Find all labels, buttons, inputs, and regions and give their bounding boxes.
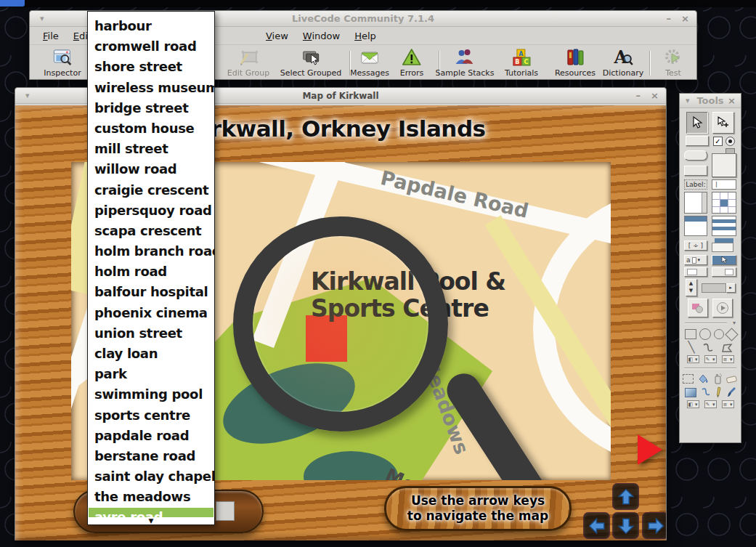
radio-button-tool[interactable] — [725, 137, 735, 146]
tab-panel-tool[interactable] — [712, 148, 736, 177]
dropdown-item[interactable]: holm road — [88, 262, 214, 282]
nav-left-button[interactable] — [583, 512, 610, 539]
rounded-button-tool[interactable] — [684, 150, 707, 161]
dropdown-item[interactable]: phoenix cinema — [88, 303, 214, 323]
scrolling-field-tool[interactable] — [684, 192, 707, 214]
line-tool[interactable]: ╲ — [688, 342, 694, 353]
player-tool[interactable] — [712, 299, 733, 317]
freehand-paint-tool[interactable] — [701, 387, 711, 397]
pointer-tool[interactable] — [712, 112, 734, 134]
toolbar-inspector[interactable]: Inspector — [44, 47, 81, 78]
dropdown-items: harbourcromwell roadshore streetwireless… — [88, 16, 214, 508]
styled-list-tool[interactable] — [712, 216, 736, 236]
text-entry-tool[interactable]: I — [712, 179, 736, 190]
paint-fill-menu[interactable]: ◧▾ — [687, 400, 699, 408]
toolbar-sample-stacks[interactable]: Sample Stacks — [436, 47, 495, 78]
menu-view[interactable]: View — [259, 29, 296, 43]
freehand-curve-tool[interactable] — [702, 343, 714, 353]
dropdown-item[interactable]: union street — [88, 323, 214, 344]
dropdown-item[interactable]: shore street — [88, 57, 214, 77]
label-tool[interactable]: Label: — [684, 179, 707, 190]
expand-section-icon[interactable]: ▾ — [733, 320, 736, 326]
pencil-tool[interactable] — [715, 386, 723, 398]
oval-tool[interactable] — [699, 328, 711, 340]
nav-down-button[interactable] — [612, 512, 639, 539]
stepper-tool[interactable]: [ ÷ ] — [684, 240, 707, 251]
close-button[interactable]: × — [651, 90, 659, 101]
spray-can-tool[interactable] — [713, 373, 722, 384]
tools-titlebar[interactable]: ▾ Tools × — [680, 94, 741, 108]
dropdown-item[interactable]: craigie crescent — [88, 180, 214, 200]
dropdown-item[interactable]: bridge street — [88, 98, 214, 118]
toolbar-dictionary[interactable]: A Dictionary — [603, 47, 643, 78]
browse-tool[interactable] — [686, 112, 708, 134]
toolbar-errors[interactable]: Errors — [400, 47, 424, 78]
dropdown-item[interactable]: mill street — [88, 139, 214, 159]
slider-tool[interactable] — [684, 267, 707, 277]
regular-polygon-tool[interactable] — [714, 329, 724, 339]
toolbar-resources[interactable]: Resources — [555, 47, 596, 78]
scrollbar-tool[interactable]: ▸ — [702, 283, 736, 293]
menu-help[interactable]: Help — [347, 29, 383, 43]
rectangle-tool[interactable] — [685, 329, 696, 339]
nav-up-button[interactable] — [612, 483, 639, 510]
checkbox-tool[interactable]: ✓ — [713, 137, 723, 146]
dropdown-item[interactable]: pipersquoy road — [88, 200, 214, 221]
nav-right-button[interactable] — [642, 512, 666, 539]
dropdown-item[interactable]: wireless museum — [88, 78, 214, 98]
dropdown-item[interactable]: swimming pool — [88, 384, 214, 405]
select-area-tool[interactable] — [683, 374, 694, 384]
taskbar-item[interactable] — [0, 0, 25, 7]
toolbar-test[interactable]: Test — [663, 47, 683, 78]
menu-window[interactable]: Window — [296, 29, 347, 43]
line-size-menu[interactable]: ≡▾ — [722, 355, 734, 363]
fill-color-menu[interactable]: ◧▾ — [687, 355, 699, 363]
progress-tool[interactable] — [712, 267, 736, 277]
paint-pen-menu[interactable]: ✎▾ — [704, 400, 717, 408]
dropdown-item[interactable]: custom house — [88, 118, 214, 139]
dropdown-item[interactable]: balfour hospital — [88, 282, 214, 302]
toolbar-messages[interactable]: Messages — [350, 47, 389, 78]
dropdown-item[interactable]: sports centre — [88, 405, 214, 426]
dropdown-item[interactable]: the meadows — [88, 487, 214, 507]
dropdown-item[interactable]: willow road — [88, 159, 214, 179]
gradient-rect-tool[interactable] — [685, 388, 696, 397]
brush-tool[interactable] — [727, 386, 736, 398]
menu-file[interactable]: File — [36, 29, 66, 43]
option-menu-tool[interactable] — [712, 255, 736, 265]
close-button[interactable]: × — [728, 95, 736, 106]
image-tool[interactable] — [688, 299, 708, 317]
dropdown-item[interactable]: berstane road — [88, 446, 214, 466]
dropdown-item[interactable]: harbour — [88, 16, 214, 36]
minimize-button[interactable]: – — [667, 13, 672, 24]
table-field-tool[interactable] — [712, 192, 736, 214]
menu-tool[interactable] — [712, 238, 736, 253]
combobox-tool[interactable]: a▾ — [684, 255, 707, 265]
rect-button-tool[interactable] — [684, 166, 707, 176]
button-tool[interactable] — [686, 136, 709, 146]
minimize-button[interactable]: – — [636, 90, 641, 101]
pen-color-menu[interactable]: ✎▾ — [704, 355, 717, 363]
toolbar-select-grouped[interactable]: Select Grouped — [280, 47, 342, 78]
dropdown-item[interactable]: papdale road — [88, 426, 214, 446]
fill-bucket-tool[interactable] — [697, 373, 710, 384]
spin-arrows-tool[interactable]: ▲▼ — [686, 279, 697, 296]
dropdown-item[interactable]: cromwell road — [88, 36, 214, 57]
close-button[interactable]: × — [681, 13, 689, 24]
dropdown-item[interactable]: holm branch road — [88, 241, 214, 262]
dropdown-scroll-down[interactable]: ▼ — [88, 517, 214, 524]
street-combobox-button[interactable] — [216, 501, 235, 521]
dropdown-item[interactable]: saint olay chapel — [88, 466, 214, 487]
polygon-tool[interactable] — [721, 343, 733, 353]
diamond-tool[interactable] — [725, 328, 738, 341]
paint-pattern-menu[interactable]: ≡▾ — [722, 400, 734, 408]
red-pointer-triangle[interactable] — [638, 434, 662, 465]
dropdown-item[interactable]: clay loan — [88, 344, 214, 364]
dropdown-item[interactable]: park — [88, 364, 214, 384]
dropdown-item-selected[interactable]: ayre road — [89, 508, 214, 518]
list-field-tool[interactable] — [684, 216, 707, 236]
eraser-tool[interactable] — [725, 374, 738, 384]
toolbar-edit-group[interactable]: Edit Group — [227, 47, 269, 78]
dropdown-item[interactable]: scapa crescent — [88, 221, 214, 241]
toolbar-tutorials[interactable]: ABC Tutorials — [505, 47, 538, 78]
